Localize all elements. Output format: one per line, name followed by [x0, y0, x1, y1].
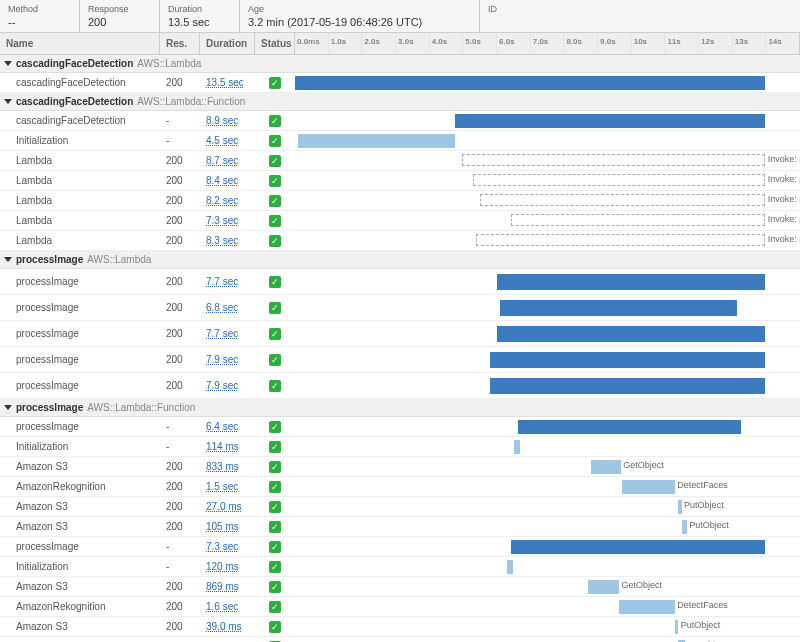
- row-dur[interactable]: 1.5 sec: [200, 477, 255, 496]
- group-subtype: AWS::Lambda::Function: [137, 96, 245, 107]
- row-dur[interactable]: 39.0 ms: [200, 617, 255, 636]
- trace-row[interactable]: AmazonRekognition2001.5 sec✓DetectFaces: [0, 477, 800, 497]
- trace-row[interactable]: Lambda2008.7 sec✓Invoke: processImage: [0, 151, 800, 171]
- row-dur[interactable]: 4.5 sec: [200, 131, 255, 150]
- check-icon: ✓: [269, 328, 281, 340]
- row-dur[interactable]: 8.2 sec: [200, 191, 255, 210]
- trace-row[interactable]: cascadingFaceDetection-8.9 sec✓: [0, 111, 800, 131]
- row-dur[interactable]: 869 ms: [200, 577, 255, 596]
- row-dur[interactable]: 105 ms: [200, 517, 255, 536]
- row-timeline: [295, 321, 800, 346]
- row-status: ✓: [255, 637, 295, 642]
- trace-row[interactable]: Amazon S3200833 ms✓GetObject: [0, 457, 800, 477]
- trace-row[interactable]: Initialization-114 ms✓: [0, 437, 800, 457]
- trace-row[interactable]: Lambda2007.3 sec✓Invoke: processImage: [0, 211, 800, 231]
- trace-row[interactable]: Lambda2008.4 sec✓Invoke: processImage: [0, 171, 800, 191]
- row-timeline: [295, 111, 800, 130]
- tick: 9.0s: [598, 33, 632, 54]
- row-timeline: GetObject: [295, 457, 800, 476]
- check-icon: ✓: [269, 77, 281, 89]
- trace-row[interactable]: Initialization-120 ms✓: [0, 557, 800, 577]
- trace-row[interactable]: Amazon S3200869 ms✓GetObject: [0, 577, 800, 597]
- row-dur[interactable]: 833 ms: [200, 457, 255, 476]
- timeline-bar: [682, 520, 687, 534]
- trace-row[interactable]: AmazonRekognition2001.6 sec✓DetectFaces: [0, 597, 800, 617]
- timeline-bar: [514, 440, 519, 454]
- tick: 10s: [632, 33, 666, 54]
- caret-down-icon: [4, 257, 12, 262]
- trace-row[interactable]: Amazon S320027.0 ms✓PutObject: [0, 497, 800, 517]
- timeline-bar: [476, 234, 765, 246]
- row-dur[interactable]: 13.5 sec: [200, 73, 255, 92]
- row-timeline: [295, 373, 800, 398]
- row-name: AmazonRekognition: [0, 597, 160, 616]
- col-dur[interactable]: Duration: [200, 33, 255, 54]
- group-header[interactable]: processImageAWS::Lambda::Function: [0, 399, 800, 417]
- col-name[interactable]: Name: [0, 33, 160, 54]
- trace-row[interactable]: Amazon S3200105 ms✓PutObject: [0, 517, 800, 537]
- row-dur[interactable]: 1.6 sec: [200, 597, 255, 616]
- trace-row[interactable]: processImage2007.7 sec✓: [0, 321, 800, 347]
- row-timeline: PutObject: [295, 637, 800, 642]
- row-dur[interactable]: 8.4 sec: [200, 171, 255, 190]
- row-dur[interactable]: 6.8 sec: [200, 295, 255, 320]
- trace-row[interactable]: processImage2007.9 sec✓: [0, 347, 800, 373]
- row-name: AmazonRekognition: [0, 477, 160, 496]
- group-header[interactable]: cascadingFaceDetectionAWS::Lambda: [0, 55, 800, 73]
- group-header[interactable]: cascadingFaceDetectionAWS::Lambda::Funct…: [0, 93, 800, 111]
- row-dur[interactable]: 8.7 sec: [200, 151, 255, 170]
- row-timeline: [295, 437, 800, 456]
- timeline-bar: [500, 300, 737, 316]
- row-res: -: [160, 417, 200, 436]
- trace-row[interactable]: Lambda2008.3 sec✓Invoke: processImage: [0, 231, 800, 251]
- trace-row[interactable]: Initialization-4.5 sec✓: [0, 131, 800, 151]
- group-header[interactable]: processImageAWS::Lambda: [0, 251, 800, 269]
- trace-row[interactable]: Amazon S320039.0 ms✓PutObject: [0, 617, 800, 637]
- check-icon: ✓: [269, 481, 281, 493]
- row-timeline: GetObject: [295, 577, 800, 596]
- check-icon: ✓: [269, 175, 281, 187]
- trace-row[interactable]: cascadingFaceDetection20013.5 sec✓: [0, 73, 800, 93]
- trace-row[interactable]: processImage2006.8 sec✓: [0, 295, 800, 321]
- trace-row[interactable]: Lambda2008.2 sec✓Invoke: processImage: [0, 191, 800, 211]
- trace-row[interactable]: processImage2007.9 sec✓: [0, 373, 800, 399]
- row-name: processImage: [0, 537, 160, 556]
- timeline-bar: [619, 600, 675, 614]
- row-dur[interactable]: 7.3 sec: [200, 211, 255, 230]
- group-subtype: AWS::Lambda::Function: [87, 402, 195, 413]
- row-dur[interactable]: 7.3 sec: [200, 537, 255, 556]
- row-dur[interactable]: 7.7 sec: [200, 269, 255, 294]
- row-dur[interactable]: 168 ms: [200, 637, 255, 642]
- row-dur[interactable]: 27.0 ms: [200, 497, 255, 516]
- row-name: Initialization: [0, 437, 160, 456]
- timeline-bar: [507, 560, 512, 574]
- row-res: 200: [160, 617, 200, 636]
- row-dur[interactable]: 6.4 sec: [200, 417, 255, 436]
- row-name: Initialization: [0, 131, 160, 150]
- row-dur[interactable]: 7.9 sec: [200, 373, 255, 398]
- tick: 12s: [699, 33, 733, 54]
- row-timeline: DetectFaces: [295, 597, 800, 616]
- row-dur[interactable]: 8.9 sec: [200, 111, 255, 130]
- col-timeline: 0.0ms1.0s2.0s3.0s4.0s5.0s6.0s7.0s8.0s9.0…: [295, 33, 800, 54]
- check-icon: ✓: [269, 461, 281, 473]
- trace-row[interactable]: processImage-7.3 sec✓: [0, 537, 800, 557]
- row-dur[interactable]: 8.3 sec: [200, 231, 255, 250]
- row-status: ✓: [255, 557, 295, 576]
- row-dur[interactable]: 7.7 sec: [200, 321, 255, 346]
- check-icon: ✓: [269, 581, 281, 593]
- row-dur[interactable]: 7.9 sec: [200, 347, 255, 372]
- col-res[interactable]: Res.: [160, 33, 200, 54]
- trace-row[interactable]: Amazon S3200168 ms✓PutObject: [0, 637, 800, 642]
- row-res: 200: [160, 597, 200, 616]
- group-name: cascadingFaceDetection: [16, 58, 133, 69]
- trace-row[interactable]: processImage-6.4 sec✓: [0, 417, 800, 437]
- row-dur[interactable]: 120 ms: [200, 557, 255, 576]
- bar-label: Invoke: processImage: [768, 174, 800, 184]
- row-name: Amazon S3: [0, 517, 160, 536]
- col-status[interactable]: Status: [255, 33, 295, 54]
- row-dur[interactable]: 114 ms: [200, 437, 255, 456]
- trace-row[interactable]: processImage2007.7 sec✓: [0, 269, 800, 295]
- bar-label: DetectFaces: [677, 480, 728, 490]
- row-status: ✓: [255, 597, 295, 616]
